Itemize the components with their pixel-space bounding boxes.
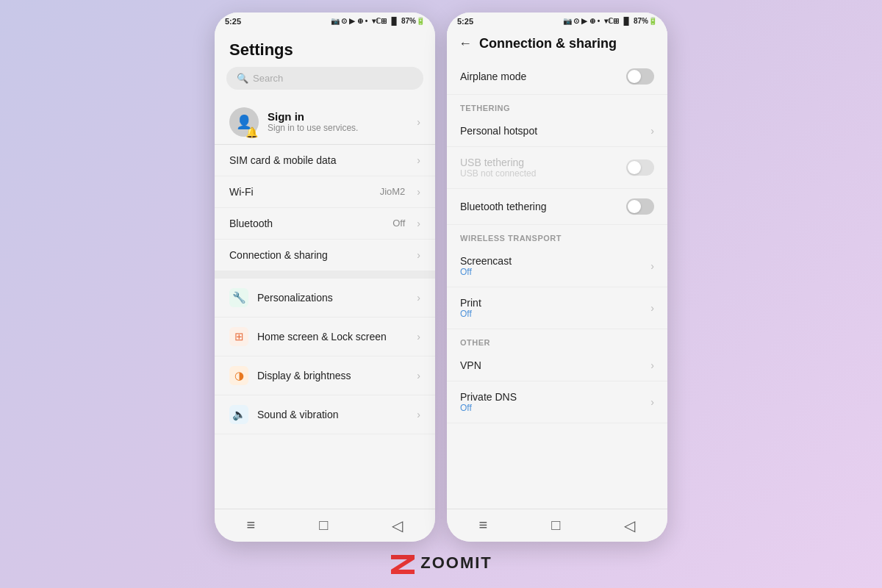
screencast-sublabel: Off: [460, 267, 650, 277]
bluetooth-value: Off: [392, 218, 405, 229]
display-chevron: ›: [417, 370, 420, 381]
search-placeholder: Search: [253, 73, 283, 84]
airplane-mode-item[interactable]: Airplane mode: [447, 59, 667, 95]
vpn-label: VPN: [460, 359, 650, 371]
usb-tethering-item[interactable]: USB tethering USB not connected: [447, 147, 667, 189]
usb-toggle[interactable]: [626, 159, 654, 176]
print-label: Print: [460, 297, 650, 309]
right-time: 5:25: [457, 17, 473, 26]
left-nav-home[interactable]: □: [319, 517, 328, 534]
search-bar[interactable]: 🔍 Search: [226, 67, 423, 90]
sim-chevron: ›: [417, 154, 420, 166]
display-label: Display & brightness: [257, 370, 408, 381]
right-status-icons: 📷 ⊙ ▶ ⊕ • ▾ℂ⊞ ▐▌ 87%🔋: [563, 17, 657, 25]
personal-hotspot-text: Personal hotspot: [460, 125, 650, 137]
vpn-chevron: ›: [650, 359, 654, 371]
zoomit-logo: ZOOMIT: [390, 551, 492, 576]
usb-toggle-knob: [628, 161, 641, 174]
page-title: Connection & sharing: [479, 36, 617, 51]
page-header: ← Connection & sharing: [447, 27, 667, 59]
usb-tethering-text: USB tethering USB not connected: [460, 157, 626, 179]
bluetooth-item[interactable]: Bluetooth Off ›: [215, 208, 435, 240]
personal-hotspot-chevron: ›: [650, 125, 654, 137]
svg-marker-0: [391, 555, 415, 574]
right-nav-back[interactable]: ◁: [624, 517, 635, 534]
bluetooth-chevron: ›: [417, 218, 420, 229]
sign-in-text: Sign in Sign in to use services.: [268, 110, 408, 133]
left-time: 5:25: [225, 17, 241, 26]
phones-container: 5:25 📷 ⊙ ▶ ⊕ • ▾ℂ⊞ ▐▌ 87%🔋 Settings 🔍 Se…: [215, 12, 667, 542]
screencast-chevron: ›: [650, 260, 654, 272]
bluetooth-tethering-text: Bluetooth tethering: [460, 201, 626, 212]
search-icon: 🔍: [237, 73, 248, 84]
section-gap: [215, 271, 435, 279]
connection-sharing-label: Connection & sharing: [229, 249, 408, 261]
usb-tethering-label: USB tethering: [460, 157, 626, 168]
airplane-toggle[interactable]: [626, 68, 654, 85]
left-nav-menu[interactable]: ≡: [247, 517, 256, 534]
connection-chevron: ›: [417, 249, 420, 261]
vpn-text: VPN: [460, 359, 650, 371]
private-dns-label: Private DNS: [460, 391, 650, 403]
wifi-label: Wi-Fi: [229, 186, 371, 198]
left-status-icons: 📷 ⊙ ▶ ⊕ • ▾ℂ⊞ ▐▌ 87%🔋: [331, 17, 425, 25]
wifi-chevron: ›: [417, 186, 420, 198]
homescreen-item[interactable]: ⊞ Home screen & Lock screen ›: [215, 318, 435, 356]
sign-in-subtitle: Sign in to use services.: [268, 123, 408, 133]
right-content: Airplane mode TETHERING Personal hotspot…: [447, 59, 667, 423]
display-item[interactable]: ◑ Display & brightness ›: [215, 356, 435, 395]
bell-icon: 🔔: [245, 126, 258, 138]
homescreen-label: Home screen & Lock screen: [257, 331, 408, 343]
connection-sharing-item[interactable]: Connection & sharing ›: [215, 240, 435, 271]
print-text: Print Off: [460, 297, 650, 319]
print-chevron: ›: [650, 302, 654, 314]
zoomit-text: ZOOMIT: [420, 553, 492, 573]
print-sublabel: Off: [460, 309, 650, 319]
homescreen-icon: ⊞: [229, 327, 248, 346]
sound-icon: 🔈: [229, 405, 248, 424]
right-phone-content: ← Connection & sharing Airplane mode TET…: [447, 27, 667, 509]
bluetooth-tethering-toggle[interactable]: [626, 198, 654, 215]
homescreen-chevron: ›: [417, 331, 420, 343]
usb-tethering-sublabel: USB not connected: [460, 168, 626, 179]
personalizations-icon: 🔧: [229, 288, 248, 307]
other-section: OTHER: [447, 329, 667, 350]
sign-in-row[interactable]: 👤 🔔 Sign in Sign in to use services. ›: [215, 100, 435, 145]
screencast-text: Screencast Off: [460, 255, 650, 277]
sound-label: Sound & vibration: [257, 409, 408, 420]
bluetooth-tethering-label: Bluetooth tethering: [460, 201, 626, 212]
right-nav-menu[interactable]: ≡: [479, 517, 488, 534]
personal-hotspot-item[interactable]: Personal hotspot ›: [447, 115, 667, 147]
private-dns-chevron: ›: [650, 396, 654, 408]
right-status-bar: 5:25 📷 ⊙ ▶ ⊕ • ▾ℂ⊞ ▐▌ 87%🔋: [447, 12, 667, 27]
sound-chevron: ›: [417, 409, 420, 420]
left-phone-content: Settings 🔍 Search 👤 🔔 Sign in Sign in to…: [215, 27, 435, 509]
vpn-item[interactable]: VPN ›: [447, 350, 667, 381]
personalizations-item[interactable]: 🔧 Personalizations ›: [215, 279, 435, 318]
settings-title: Settings: [215, 27, 435, 67]
personal-hotspot-label: Personal hotspot: [460, 125, 650, 137]
airplane-mode-label: Airplane mode: [460, 71, 626, 82]
bluetooth-tethering-knob: [628, 200, 641, 213]
sound-item[interactable]: 🔈 Sound & vibration ›: [215, 395, 435, 434]
zoomit-z-icon: [390, 551, 416, 576]
right-nav-home[interactable]: □: [551, 517, 560, 534]
sim-item[interactable]: SIM card & mobile data ›: [215, 145, 435, 176]
print-item[interactable]: Print Off ›: [447, 287, 667, 329]
sim-label: SIM card & mobile data: [229, 154, 408, 166]
screencast-item[interactable]: Screencast Off ›: [447, 245, 667, 287]
airplane-mode-text: Airplane mode: [460, 71, 626, 82]
left-nav-back[interactable]: ◁: [392, 517, 403, 534]
bluetooth-tethering-item[interactable]: Bluetooth tethering: [447, 189, 667, 225]
left-status-bar: 5:25 📷 ⊙ ▶ ⊕ • ▾ℂ⊞ ▐▌ 87%🔋: [215, 12, 435, 27]
wifi-item[interactable]: Wi-Fi JioM2 ›: [215, 176, 435, 208]
wifi-value: JioM2: [380, 186, 406, 197]
personalizations-chevron: ›: [417, 292, 420, 304]
sign-in-title: Sign in: [268, 110, 408, 123]
tethering-section: TETHERING: [447, 95, 667, 115]
private-dns-sublabel: Off: [460, 403, 650, 413]
wireless-transport-section: WIRELESS TRANSPORT: [447, 225, 667, 245]
sign-in-chevron: ›: [417, 116, 420, 128]
back-button[interactable]: ←: [459, 36, 472, 51]
private-dns-item[interactable]: Private DNS Off ›: [447, 381, 667, 423]
